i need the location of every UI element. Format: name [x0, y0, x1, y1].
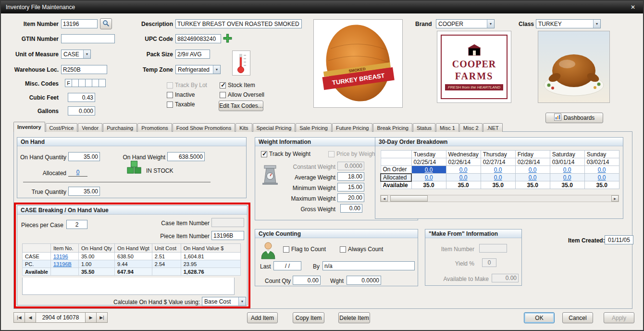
tab-food-show-promotions[interactable]: Food Show Promotions — [173, 123, 235, 132]
tab-purchasing[interactable]: Purchasing — [103, 123, 137, 132]
tab-vendor[interactable]: Vendor — [78, 123, 102, 132]
on-hand-quantity-input[interactable] — [68, 152, 100, 161]
flag-to-count-checkbox[interactable]: Flag to Count — [283, 246, 326, 253]
misc-code-box[interactable] — [85, 79, 92, 87]
on-order-link[interactable]: 0.0 — [459, 166, 468, 173]
dashboards-button[interactable]: Dashboards — [545, 113, 603, 123]
count-qty-input[interactable] — [293, 276, 321, 285]
close-icon[interactable]: ✕ — [628, 3, 638, 12]
on-order-link[interactable]: 0.0 — [598, 166, 606, 173]
unit-of-measure-select[interactable]: CASE — [61, 50, 91, 59]
allocated-link[interactable]: 0 — [76, 169, 80, 176]
tab-dotnet[interactable]: .NET — [483, 123, 503, 132]
pack-size-input[interactable] — [175, 50, 210, 59]
previous-record-icon[interactable]: ◀ — [25, 312, 36, 323]
scrollbar-thumb[interactable] — [390, 195, 428, 202]
on-order-link[interactable]: 0.0 — [425, 166, 433, 173]
gallons-input[interactable] — [68, 106, 95, 115]
on-order-link[interactable]: 0.0 — [494, 166, 502, 173]
stock-item-checkbox[interactable]: Stock Item — [220, 82, 255, 89]
track-by-weight-checkbox[interactable]: Track by Weight — [261, 151, 310, 157]
allow-oversell-checkbox[interactable]: Allow Oversell — [220, 91, 264, 98]
copy-item-button[interactable]: Copy Item — [293, 312, 324, 323]
class-select[interactable]: TURKEY — [536, 19, 601, 28]
add-item-button[interactable]: Add Item — [247, 312, 278, 323]
allocated-link[interactable]: 0.0 — [459, 174, 468, 181]
apply-button[interactable]: Apply — [604, 312, 634, 323]
gross-weight-input[interactable] — [340, 204, 362, 213]
chevron-down-icon[interactable] — [213, 65, 220, 74]
misc-code-box[interactable] — [78, 79, 86, 87]
tab-break-pricing[interactable]: Break Pricing — [373, 123, 412, 132]
tab-kits[interactable]: Kits — [235, 123, 252, 132]
gtin-input[interactable] — [61, 34, 115, 43]
description-label: Description — [125, 21, 173, 27]
scroll-left-icon[interactable] — [381, 195, 388, 202]
last-record-icon[interactable]: ▶| — [96, 312, 108, 323]
delete-item-button[interactable]: Delete Item — [338, 312, 370, 323]
horizontal-scrollbar[interactable] — [380, 195, 619, 202]
item-created-input[interactable] — [605, 235, 633, 244]
allocated-link[interactable]: 0.0 — [529, 174, 537, 181]
wgt-cell: 647.94 — [115, 268, 152, 276]
temp-zone-select[interactable]: Refrigerated — [175, 65, 221, 74]
chevron-down-icon[interactable] — [238, 297, 246, 306]
item-link[interactable]: 13196 — [53, 254, 68, 259]
taxable-checkbox[interactable]: Taxable — [167, 101, 195, 108]
piece-item-number-input[interactable] — [211, 231, 244, 240]
pieces-per-case-input[interactable] — [66, 220, 87, 229]
item-number-input[interactable] — [61, 19, 98, 28]
tab-inventory[interactable]: Inventory — [13, 122, 45, 132]
cubic-feet-input[interactable] — [68, 93, 95, 102]
allocated-link[interactable]: 0.0 — [494, 174, 502, 181]
tab-status[interactable]: Status — [413, 123, 435, 132]
upc-code-input[interactable] — [175, 34, 221, 43]
always-count-checkbox[interactable]: Always Count — [340, 246, 383, 253]
warehouse-loc-input[interactable] — [61, 65, 107, 74]
first-record-icon[interactable]: |◀ — [13, 312, 25, 323]
tab-sale-pricing[interactable]: Sale Pricing — [296, 123, 332, 132]
average-weight-input[interactable] — [337, 172, 364, 181]
allocated-link[interactable]: 0.0 — [563, 174, 571, 181]
last-count-date-input[interactable] — [273, 261, 301, 270]
brand-select[interactable]: COOPER — [436, 19, 495, 28]
misc-code-box[interactable]: F — [65, 79, 72, 87]
true-quantity-input[interactable] — [68, 187, 100, 196]
item-link[interactable]: 13196B — [53, 261, 72, 267]
misc-code-box[interactable] — [92, 79, 99, 87]
price-by-weight-checkbox[interactable]: Price by Weight — [328, 151, 377, 157]
chevron-down-icon[interactable] — [83, 50, 90, 58]
count-wght-input[interactable] — [347, 276, 381, 285]
tab-special-pricing[interactable]: Special Pricing — [253, 123, 296, 132]
cancel-button[interactable]: Cancel — [562, 312, 593, 323]
on-order-link[interactable]: 0.0 — [563, 166, 571, 173]
tab-promotions[interactable]: Promotions — [137, 123, 172, 132]
edit-tax-codes-button[interactable]: Edit Tax Codes... — [219, 101, 263, 111]
track-by-lot-checkbox[interactable]: Track By Lot — [167, 82, 207, 89]
misc-code-box[interactable] — [72, 79, 79, 87]
item-search-button[interactable] — [100, 18, 112, 29]
ok-button[interactable]: OK — [524, 312, 555, 323]
allocated-link[interactable]: 0.0 — [598, 174, 606, 181]
chevron-down-icon[interactable] — [487, 20, 494, 28]
allocated-link[interactable]: 0.0 — [425, 174, 433, 181]
description-input[interactable] — [175, 19, 302, 28]
minimum-weight-input[interactable] — [337, 183, 364, 191]
selected-cell[interactable]: 0.0 — [411, 166, 446, 174]
misc-code-box[interactable] — [99, 79, 106, 87]
inactive-checkbox[interactable]: Inactive — [167, 91, 195, 98]
scrollbar-track[interactable] — [428, 195, 611, 202]
tab-misc-2[interactable]: Misc 2 — [459, 123, 483, 132]
tab-cost-price[interactable]: Cost/Price — [46, 123, 78, 132]
next-record-icon[interactable]: ▶ — [85, 312, 97, 323]
tab-misc-1[interactable]: Misc 1 — [436, 123, 459, 132]
calc-value-select[interactable]: Base Cost — [202, 297, 246, 306]
scroll-right-icon[interactable] — [611, 195, 619, 202]
tab-future-pricing[interactable]: Future Pricing — [332, 123, 372, 132]
add-upc-button[interactable] — [223, 33, 233, 43]
maximum-weight-input[interactable] — [337, 193, 364, 202]
chevron-down-icon[interactable] — [593, 20, 600, 28]
on-order-link[interactable]: 0.0 — [529, 166, 537, 173]
counted-by-input[interactable] — [322, 261, 415, 270]
on-hand-weight-input[interactable] — [167, 152, 205, 161]
